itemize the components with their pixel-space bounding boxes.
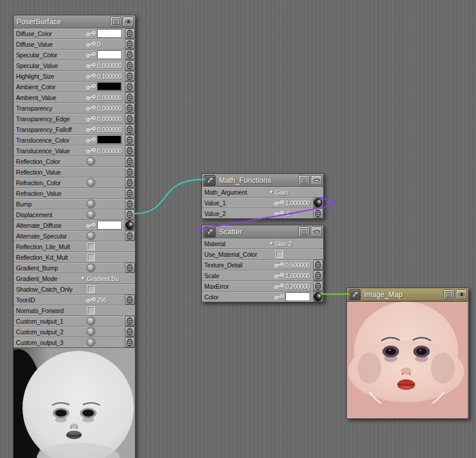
- posersurface-header[interactable]: PoserSurface: [14, 15, 135, 28]
- key-icon[interactable]: [86, 84, 96, 89]
- input-plug[interactable]: [125, 263, 135, 273]
- preview-eye-icon[interactable]: [311, 175, 322, 185]
- input-plug[interactable]: [125, 28, 135, 38]
- key-icon[interactable]: [86, 297, 96, 302]
- input-plug[interactable]: [125, 337, 135, 347]
- input-plug[interactable]: [125, 209, 135, 220]
- input-plug[interactable]: [125, 220, 135, 230]
- input-plug[interactable]: [125, 178, 135, 188]
- param-value[interactable]: 295: [97, 296, 107, 304]
- key-icon[interactable]: [86, 52, 96, 57]
- input-plug[interactable]: [125, 167, 135, 177]
- input-plug[interactable]: [313, 281, 323, 291]
- question-icon[interactable]: ?: [86, 327, 95, 336]
- input-plug[interactable]: [125, 295, 135, 305]
- input-plug[interactable]: [125, 188, 135, 198]
- param-value[interactable]: 0,100000: [97, 73, 121, 80]
- input-plug[interactable]: [125, 156, 135, 166]
- input-plug[interactable]: [125, 316, 135, 326]
- input-plug[interactable]: [313, 292, 323, 302]
- color-swatch[interactable]: [97, 29, 122, 38]
- checkbox-use-material-color[interactable]: [275, 250, 283, 258]
- key-icon[interactable]: [274, 200, 284, 205]
- node-output-plug[interactable]: [349, 289, 361, 300]
- color-swatch[interactable]: [97, 136, 122, 144]
- param-value[interactable]: 0,000000: [97, 62, 121, 69]
- key-icon[interactable]: [274, 294, 284, 299]
- input-plug[interactable]: [125, 135, 135, 145]
- preview-eye-icon[interactable]: [456, 289, 467, 299]
- input-plug[interactable]: [125, 124, 135, 134]
- checkbox-shadow-catch-only[interactable]: [87, 285, 95, 293]
- question-icon[interactable]: ?: [86, 338, 95, 347]
- input-plug[interactable]: [125, 39, 135, 49]
- param-value[interactable]: ,6: [285, 210, 290, 217]
- color-swatch[interactable]: [97, 50, 122, 59]
- key-icon[interactable]: [86, 148, 96, 153]
- preview-eye-icon[interactable]: [311, 227, 322, 237]
- key-icon[interactable]: [86, 41, 96, 47]
- input-plug[interactable]: [125, 92, 135, 102]
- menu-icon[interactable]: [443, 289, 455, 299]
- key-icon[interactable]: [86, 116, 96, 121]
- input-plug[interactable]: [125, 114, 135, 124]
- param-value[interactable]: 0,000000: [97, 115, 121, 122]
- node-output-plug[interactable]: [204, 227, 216, 237]
- dropdown-material[interactable]: ▼Skin 2: [269, 240, 323, 247]
- input-plug[interactable]: [125, 103, 135, 113]
- menu-icon[interactable]: [298, 175, 310, 185]
- menu-icon[interactable]: [110, 17, 121, 27]
- input-plug[interactable]: [125, 71, 135, 81]
- question-icon[interactable]: ?: [86, 231, 95, 240]
- checkbox-normals-forward[interactable]: [87, 307, 95, 314]
- menu-icon[interactable]: [298, 227, 310, 237]
- input-plug[interactable]: [125, 60, 135, 70]
- param-value[interactable]: 0,000000: [97, 126, 121, 133]
- question-icon[interactable]: ?: [86, 178, 95, 187]
- key-icon[interactable]: [274, 262, 284, 267]
- key-icon[interactable]: [86, 137, 96, 143]
- key-icon[interactable]: [86, 63, 96, 68]
- image-map-header[interactable]: Image_Map: [347, 288, 468, 301]
- key-icon[interactable]: [86, 127, 96, 132]
- question-icon[interactable]: ?: [86, 210, 95, 219]
- param-value[interactable]: 0,000000: [97, 105, 121, 112]
- math-functions-header[interactable]: Math_Functions: [202, 174, 323, 187]
- input-plug[interactable]: [125, 231, 135, 241]
- key-icon[interactable]: [86, 73, 96, 79]
- param-value[interactable]: 0,000000: [97, 147, 121, 154]
- checkbox-reflection-kd-mult[interactable]: [87, 253, 95, 261]
- key-icon[interactable]: [86, 222, 96, 228]
- param-value[interactable]: 0: [97, 41, 101, 48]
- input-plug[interactable]: [313, 208, 323, 218]
- color-swatch[interactable]: [285, 292, 310, 301]
- question-icon[interactable]: ?: [86, 317, 95, 325]
- input-plug[interactable]: [125, 50, 135, 60]
- key-icon[interactable]: [86, 105, 96, 111]
- key-icon[interactable]: [274, 283, 284, 289]
- key-icon[interactable]: [86, 95, 96, 100]
- input-plug[interactable]: [313, 198, 323, 208]
- key-icon[interactable]: [274, 211, 284, 216]
- question-icon[interactable]: ?: [86, 199, 95, 208]
- input-plug[interactable]: [313, 260, 323, 270]
- preview-eye-icon[interactable]: [123, 17, 134, 27]
- input-plug[interactable]: [125, 199, 135, 209]
- color-swatch[interactable]: [97, 221, 122, 230]
- key-icon[interactable]: [274, 273, 284, 278]
- checkbox-reflection-lite-mult[interactable]: [87, 243, 95, 250]
- input-plug[interactable]: [313, 270, 323, 280]
- wire-math-to-alternate-diffuse[interactable]: [135, 179, 205, 214]
- color-swatch[interactable]: [97, 82, 122, 91]
- param-value[interactable]: 0,500000: [285, 262, 310, 269]
- input-plug[interactable]: [125, 146, 135, 156]
- param-value[interactable]: 0,000000: [97, 94, 121, 101]
- question-icon[interactable]: ?: [86, 157, 95, 166]
- dropdown-gradient-mode[interactable]: ▼Gradient Bu: [81, 275, 135, 282]
- param-value[interactable]: 0,200000: [285, 283, 310, 290]
- scatter-header[interactable]: Scatter: [202, 225, 323, 238]
- param-value[interactable]: 1,000000: [285, 199, 310, 207]
- input-plug[interactable]: [125, 327, 135, 337]
- dropdown-math-argument[interactable]: ▼Gain: [269, 189, 323, 196]
- node-output-plug[interactable]: [204, 175, 216, 186]
